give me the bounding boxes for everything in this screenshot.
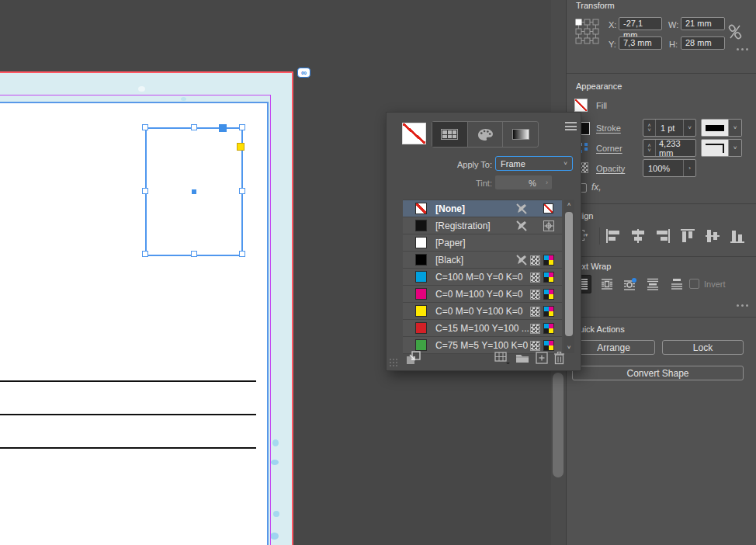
tab-gradient[interactable] — [503, 122, 538, 147]
swatch-row-yellow[interactable]: C=0 M=0 Y=100 K=0 — [403, 303, 562, 320]
x-input[interactable]: -27,1 mm — [619, 17, 662, 30]
corner-radius-control[interactable]: ˄˅ 4,233 mm — [643, 139, 696, 157]
align-top-button[interactable] — [678, 227, 697, 245]
align-vertical-center-button[interactable] — [703, 227, 722, 245]
resize-handle-top-right[interactable] — [239, 124, 245, 130]
apply-to-dropdown[interactable]: Frame ˅ — [495, 156, 573, 171]
link-badge[interactable]: ∞ — [297, 68, 310, 78]
anchor-handle[interactable] — [219, 124, 227, 132]
align-right-button[interactable] — [654, 227, 672, 245]
swatch-row-paper[interactable]: [Paper] — [403, 234, 562, 252]
grayscale-icon — [530, 324, 540, 334]
corner-shape-dropdown[interactable]: ˅ — [729, 139, 742, 157]
cmyk-icon — [543, 255, 554, 266]
jump-object-button[interactable] — [643, 275, 662, 293]
corner-label[interactable]: Corner — [596, 144, 622, 153]
swatch-name: C=75 M=5 Y=100 K=0 — [435, 340, 528, 351]
align-divider — [599, 227, 600, 245]
new-swatch-icon[interactable] — [536, 350, 548, 366]
resize-handle-middle-right[interactable] — [239, 188, 245, 194]
frame-center-point[interactable] — [192, 189, 196, 194]
stroke-weight-dropdown[interactable]: ˅ — [683, 120, 695, 136]
arrange-button[interactable]: Arrange — [572, 340, 655, 355]
stroke-stepper[interactable]: ˄˅ — [643, 120, 656, 136]
apply-to-label: Apply To: — [433, 160, 492, 169]
swatch-row-black[interactable]: [Black] — [403, 252, 562, 269]
scroll-up-icon[interactable]: ˄ — [564, 200, 574, 210]
jump-to-next-column-button[interactable] — [668, 275, 686, 293]
align-horizontal-center-button[interactable] — [629, 227, 647, 245]
lock-button[interactable]: Lock — [662, 340, 744, 355]
reference-point-proxy[interactable] — [575, 19, 599, 44]
wrap-object-shape-button[interactable] — [621, 275, 640, 293]
stroke-label[interactable]: Stroke — [596, 123, 621, 133]
swatch-scrollbar-thumb[interactable] — [565, 212, 573, 336]
corner-stepper[interactable]: ˄˅ — [643, 140, 656, 156]
y-input[interactable]: 7,3 mm — [619, 36, 662, 50]
current-fill-none-swatch[interactable] — [402, 123, 426, 144]
fill-swatch[interactable] — [574, 99, 588, 112]
page-rule-line[interactable] — [0, 380, 256, 382]
scroll-down-icon[interactable]: ˅ — [564, 342, 574, 353]
panel-resize-grip[interactable] — [389, 358, 398, 367]
transform-title: Transform — [576, 1, 615, 10]
w-input[interactable]: 21 mm — [681, 17, 725, 30]
grayscale-icon — [530, 272, 540, 283]
registration-icon — [543, 220, 554, 231]
tint-percent-label: % — [529, 179, 560, 188]
swatch-row-magenta[interactable]: C=0 M=100 Y=0 K=0 — [403, 286, 562, 303]
convert-shape-button[interactable]: Convert Shape — [572, 366, 744, 380]
y-label: Y: — [609, 40, 616, 49]
resize-handle-top-center[interactable] — [191, 124, 197, 130]
document-scrollbar-thumb[interactable] — [553, 373, 564, 477]
new-color-group-folder-icon[interactable] — [515, 350, 529, 366]
swatch-row-cyan[interactable]: C=100 M=0 Y=0 K=0 — [403, 269, 562, 286]
resize-handle-top-left[interactable] — [142, 124, 148, 130]
wrap-bounding-box-button[interactable] — [598, 275, 616, 293]
resize-handle-bottom-center[interactable] — [191, 251, 197, 257]
image-speckle — [271, 460, 279, 465]
swatch-row-none[interactable]: [None] — [403, 200, 562, 217]
opacity-label[interactable]: Opacity — [596, 164, 625, 173]
h-input[interactable]: 28 mm — [681, 36, 725, 50]
tint-label: Tint: — [433, 179, 492, 188]
panel-menu-icon[interactable] — [565, 122, 577, 130]
stroke-color-dropdown[interactable]: ˅ — [729, 119, 742, 137]
constrain-proportions-broken-link-icon[interactable] — [728, 23, 742, 41]
page-rule-line[interactable] — [0, 414, 256, 415]
align-bottom-button[interactable] — [728, 227, 747, 245]
opacity-control[interactable]: 100% › — [643, 159, 696, 177]
delete-swatch-trash-icon[interactable] — [553, 350, 565, 366]
tab-color-mixer[interactable] — [468, 122, 504, 147]
resize-handle-middle-left[interactable] — [142, 188, 148, 194]
margin-guide-horizontal — [0, 95, 270, 95]
reference-point-selected — [576, 19, 581, 25]
opacity-flyout[interactable]: › — [683, 160, 695, 176]
page-rule-line[interactable] — [0, 447, 256, 449]
grayscale-icon — [530, 290, 540, 300]
swatch-views-menu-icon[interactable] — [494, 350, 510, 366]
h-label: H: — [669, 40, 678, 49]
selected-frame[interactable] — [145, 127, 243, 256]
corner-edit-handle[interactable] — [237, 143, 244, 151]
none-mini-icon — [543, 203, 553, 213]
swatch-row-red[interactable]: C=15 M=100 Y=100 ... — [403, 320, 562, 337]
resize-handle-bottom-right[interactable] — [239, 251, 245, 257]
image-speckle — [272, 439, 279, 446]
section-divider — [567, 256, 756, 257]
tab-swatches[interactable] — [432, 122, 468, 147]
resize-handle-bottom-left[interactable] — [142, 251, 148, 257]
swatch-row-registration[interactable]: [Registration] — [403, 217, 562, 234]
align-left-button[interactable] — [604, 227, 622, 245]
x-label: X: — [609, 20, 616, 30]
transform-more-options[interactable] — [737, 48, 754, 51]
corner-shape-swatch[interactable] — [701, 139, 729, 157]
stroke-color-swatch[interactable] — [701, 119, 729, 137]
text-wrap-more-options[interactable] — [737, 304, 754, 307]
swatch-list-scrollbar[interactable]: ˄ ˅ — [564, 200, 574, 353]
stroke-weight-control[interactable]: ˄˅ 1 pt ˅ — [643, 119, 696, 137]
load-swatches-icon[interactable] — [405, 350, 422, 366]
effects-fx-button[interactable]: fx, — [591, 182, 602, 193]
invert-checkbox[interactable] — [689, 279, 699, 289]
swatch-color-chip — [415, 305, 427, 317]
